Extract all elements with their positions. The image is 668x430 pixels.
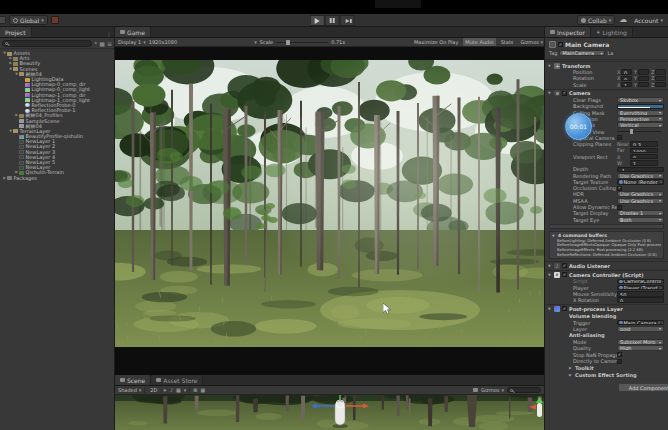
gizmo-toggle-icon[interactable]: ▦ — [201, 387, 206, 393]
menu-lines-icon[interactable]: ≡ — [107, 40, 112, 47]
custom-effect-sorting-foldout[interactable]: ▶Custom Effect Sorting — [545, 371, 668, 378]
occlusion-culling-checkbox[interactable]: ✓ — [617, 186, 622, 191]
slider-knob[interactable] — [630, 129, 633, 134]
fov-axis-dropdown[interactable]: Vertical▾ — [617, 122, 664, 128]
scale-x-field[interactable]: 1 — [621, 82, 632, 88]
post-process-layer-enabled-checkbox[interactable]: ✓ — [562, 306, 567, 311]
grid-icon[interactable]: ⊞ — [193, 387, 197, 393]
scale-z-field[interactable] — [655, 82, 666, 88]
projection-dropdown[interactable]: Perspective▾ — [617, 116, 664, 122]
object-picker-icon[interactable]: ⊙ — [662, 279, 664, 284]
camera-component-header[interactable]: ▼✓Camera — [545, 89, 668, 97]
favorite-icon[interactable]: * — [94, 40, 97, 47]
project-search-input[interactable] — [2, 40, 92, 47]
tab-scene[interactable]: Scene — [115, 375, 151, 385]
target-display-dropdown[interactable]: Display 1▾ — [617, 210, 664, 216]
mouse-sensitivity-field[interactable]: 50 — [617, 291, 664, 297]
mute-audio-toggle[interactable]: Mute Audio — [463, 38, 495, 46]
clear-flags-dropdown[interactable]: Skybox▾ — [617, 97, 664, 103]
tab-asset-store[interactable]: Asset Store — [151, 375, 203, 385]
rendering-path-dropdown[interactable]: Use Graphics▾ — [617, 173, 664, 179]
rotation-x-field[interactable]: 0 — [621, 76, 632, 82]
mode-dropdown[interactable]: Subpixel Morp▾ — [617, 339, 664, 345]
scene-camera-icon[interactable] — [473, 388, 478, 392]
tag-dropdown[interactable]: MainCamera ▾ — [559, 50, 605, 56]
add-component-button[interactable]: Add Component — [618, 383, 668, 392]
audio-listener-enabled-checkbox[interactable]: ✓ — [562, 263, 567, 268]
object-picker-icon[interactable]: ⊙ — [661, 320, 664, 325]
allow-dynamic-resolution-checkbox[interactable] — [617, 205, 622, 210]
scene-viewport[interactable] — [115, 395, 545, 430]
tab-inspector[interactable]: Inspector — [545, 27, 591, 37]
toolkit-foldout[interactable]: ▶Toolkit — [545, 364, 668, 371]
shaded-dropdown[interactable]: Shaded ▾ — [118, 387, 141, 393]
pause-button[interactable] — [325, 15, 340, 26]
near-field[interactable]: 0.3 — [630, 141, 658, 147]
maximize-on-play-toggle[interactable]: Maximize On Play — [412, 38, 460, 46]
tab-lighting[interactable]: ☀ Lighting — [591, 27, 633, 37]
cloud-icon[interactable]: ☁ — [619, 16, 627, 24]
resolution-dropdown[interactable]: 1920x1080 ▾ — [149, 39, 257, 45]
camera-controller-script-component-header[interactable]: ▼#✓Camera Controller (Script) — [545, 270, 668, 278]
camera-controller-script-enabled-checkbox[interactable]: ✓ — [562, 272, 567, 277]
camera-enabled-checkbox[interactable]: ✓ — [562, 91, 567, 96]
scale-slider-knob[interactable] — [286, 40, 290, 45]
rotation-z-field[interactable] — [655, 76, 666, 82]
far-field[interactable]: 1000 — [630, 148, 658, 154]
display-dropdown[interactable]: Display 1 ▾ — [118, 39, 146, 45]
2d-toggle[interactable]: 2D — [148, 386, 159, 394]
stop-nan-propagation-checkbox[interactable]: ✓ — [617, 352, 622, 357]
step-button[interactable] — [340, 15, 355, 26]
depth-field[interactable]: -1 — [617, 167, 664, 173]
position-z-field[interactable] — [655, 69, 666, 75]
script-object-field[interactable]: CameraControl⊙ — [617, 279, 664, 285]
collab-button[interactable]: Collab ▾ — [577, 15, 615, 25]
layer-dropdown[interactable]: post▾ — [617, 326, 664, 332]
trigger-object-field[interactable]: Main Camera (⊙ — [617, 320, 664, 326]
version-control-icon[interactable] — [51, 16, 59, 24]
directly-to-camera-target-checkbox[interactable] — [617, 359, 622, 364]
field-of-view-slider[interactable] — [617, 131, 661, 133]
menu-dots-icon[interactable]: ⋮ — [106, 30, 112, 37]
gameobject-active-checkbox[interactable]: ✓ — [558, 42, 563, 47]
stats-toggle[interactable]: Stats — [499, 38, 516, 46]
object-picker-icon[interactable]: ⊙ — [659, 179, 662, 184]
x-field[interactable]: 0 — [630, 154, 658, 160]
culling-mask-dropdown[interactable]: Everything▾ — [617, 110, 664, 116]
physical-camera-checkbox[interactable] — [617, 135, 622, 140]
background-color-swatch[interactable] — [617, 104, 664, 110]
position-y-field[interactable] — [638, 69, 649, 75]
scene-gizmos-dropdown[interactable]: Gizmos ▾ — [481, 387, 504, 393]
target-texture-object-field[interactable]: None (Render⊙ — [617, 179, 664, 185]
transform-tool-icon[interactable] — [0, 16, 6, 24]
gizmos-dropdown[interactable]: Gizmos ▾ — [518, 38, 544, 46]
tab-game[interactable]: Game — [115, 27, 151, 37]
scene-audio-icon[interactable]: ♪ — [170, 387, 173, 393]
w-field[interactable]: 1 — [630, 160, 658, 166]
hdr-dropdown[interactable]: Use Graphics▾ — [617, 191, 664, 197]
scale-y-field[interactable] — [638, 82, 649, 88]
scale-slider[interactable] — [276, 42, 328, 43]
scene-lighting-icon[interactable]: ☀ — [162, 387, 166, 393]
project-item[interactable]: ▶Packages — [0, 176, 114, 181]
position-x-field[interactable]: 0 — [621, 69, 632, 75]
account-button[interactable]: Account ▾ — [631, 15, 666, 25]
global-pivot-button[interactable]: Global ▾ — [9, 15, 48, 25]
audio-listener-component-header[interactable]: ▼♪✓Audio Listener — [545, 261, 668, 269]
game-viewport[interactable] — [115, 47, 545, 375]
transform-component-header[interactable]: ▼Transform — [545, 61, 668, 69]
player-object-field[interactable]: Player (Transf⊙ — [617, 285, 664, 291]
quality-dropdown[interactable]: High▾ — [617, 345, 664, 351]
rotation-y-field[interactable] — [638, 76, 649, 82]
scene-search-input[interactable] — [507, 387, 541, 393]
x-rotation-field[interactable]: 0 — [617, 297, 664, 303]
post-process-layer-component-header[interactable]: ▼✓Post-process Layer — [545, 304, 668, 312]
msaa-dropdown[interactable]: Use Graphics▾ — [617, 198, 664, 204]
target-eye-dropdown[interactable]: Both▾ — [617, 217, 664, 223]
layout-icon[interactable]: ▦ — [99, 40, 105, 47]
tab-project[interactable]: Project — [0, 27, 32, 37]
object-picker-icon[interactable]: ⊙ — [659, 285, 662, 290]
component-title: Post-process Layer — [569, 306, 623, 312]
play-button[interactable] — [310, 15, 325, 26]
scene-effects-icon[interactable]: ▦ — [176, 387, 181, 393]
